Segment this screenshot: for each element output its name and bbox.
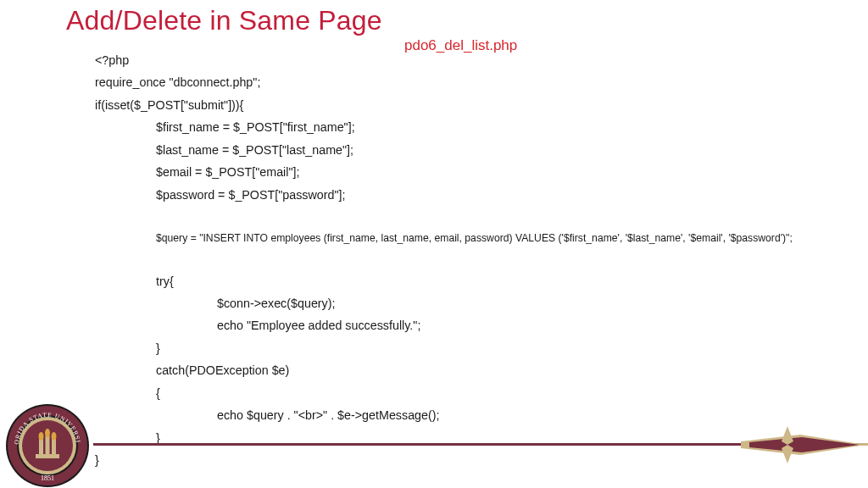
- code-line: try{: [95, 270, 851, 292]
- code-line: $query = "INSERT INTO employees (first_n…: [95, 229, 851, 248]
- code-line: catch(PDOException $e): [95, 359, 851, 381]
- code-line: {: [95, 382, 851, 404]
- svg-point-16: [52, 432, 57, 441]
- code-line: $email = $_POST["email"];: [95, 161, 851, 183]
- code-line: [95, 206, 851, 228]
- svg-marker-3: [782, 445, 793, 463]
- svg-rect-11: [39, 439, 43, 454]
- svg-rect-13: [52, 439, 56, 454]
- code-line: $last_name = $_POST["last_name"];: [95, 139, 851, 161]
- svg-marker-2: [782, 426, 793, 445]
- code-line: require_once "dbconnect.php";: [95, 71, 851, 93]
- code-line: }: [95, 427, 851, 449]
- svg-point-14: [39, 432, 44, 441]
- svg-text:1851: 1851: [41, 474, 54, 482]
- svg-rect-17: [36, 454, 59, 458]
- slide-title: Add/Delete in Same Page: [66, 5, 382, 36]
- code-line: $first_name = $_POST["first_name"];: [95, 116, 851, 138]
- code-line: }: [95, 449, 851, 471]
- code-line: echo "Employee added successfully.";: [95, 314, 851, 336]
- code-line: $conn->exec($query);: [95, 292, 851, 314]
- svg-point-15: [45, 429, 50, 437]
- university-seal-icon: FLORIDA STATE UNIVERSITY 1851: [5, 403, 90, 488]
- code-block: <?php require_once "dbconnect.php"; if(i…: [95, 49, 851, 471]
- spear-icon: [741, 426, 868, 463]
- code-line: [95, 247, 851, 269]
- svg-rect-12: [46, 435, 50, 454]
- code-line: }: [95, 337, 851, 359]
- code-line: $password = $_POST["password"];: [95, 184, 851, 206]
- code-line: echo $query . "<br>" . $e->getMessage();: [95, 404, 851, 426]
- code-line: <?php: [95, 49, 851, 71]
- code-line: if(isset($_POST["submit"])){: [95, 94, 851, 116]
